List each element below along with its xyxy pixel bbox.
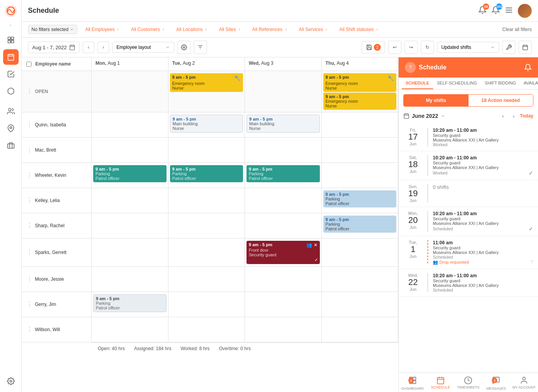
- shift-card[interactable]: 9 am - 5 pm Parking Patrol officer: [93, 165, 167, 182]
- today-button[interactable]: Today: [520, 113, 533, 119]
- nav-item-timesheets[interactable]: TIMESHEETS: [455, 373, 482, 392]
- refresh-button[interactable]: ↻: [421, 41, 434, 54]
- row-menu-icon[interactable]: ⋮: [26, 223, 33, 229]
- app-logo[interactable]: [3, 3, 19, 19]
- all-services-filter[interactable]: All Services: [296, 25, 332, 34]
- shift-card[interactable]: 9 am - 5 pm Emergency room Nurse: [323, 93, 397, 110]
- cell-mac-mon[interactable]: [92, 138, 168, 162]
- cell-wheeler-wed[interactable]: 9 am - 5 pm Parking Patrol officer: [245, 163, 322, 188]
- cell-sparks-mon[interactable]: [92, 238, 168, 266]
- shift-card[interactable]: 9 am - 5 pm Parking Patrol officer: [323, 216, 397, 233]
- cell-kelley-wed[interactable]: [245, 188, 322, 213]
- notifications-icon[interactable]: 15: [478, 6, 487, 16]
- cell-mac-wed[interactable]: [245, 138, 322, 162]
- tools-button[interactable]: [502, 41, 515, 54]
- tab-shift-bidding[interactable]: SHIFT BIDDING: [481, 78, 520, 89]
- shift-card[interactable]: 9 am - 5 pm Parking Patrol officer: [170, 165, 243, 182]
- cell-moore-wed[interactable]: [245, 267, 322, 292]
- all-references-filter[interactable]: All References: [249, 25, 291, 34]
- nav-item-dashboard[interactable]: 2 DASHBOARD: [399, 373, 427, 392]
- sidebar-item-people[interactable]: [3, 104, 19, 119]
- row-menu-icon[interactable]: ⋮: [26, 147, 33, 153]
- cell-gerry-tue[interactable]: [168, 292, 245, 317]
- close-icon[interactable]: ✕: [314, 242, 318, 248]
- cell-sparks-thu[interactable]: [322, 238, 399, 266]
- all-locations-filter[interactable]: All Locations: [173, 25, 211, 34]
- cell-kelley-thu[interactable]: 9 am - 5 pm Parking Patrol officer: [322, 188, 399, 213]
- tab-schedule[interactable]: SCHEDULE: [402, 78, 433, 89]
- row-menu-icon[interactable]: ⋮: [26, 249, 33, 256]
- alerts-icon[interactable]: 151: [491, 6, 500, 16]
- cell-wheeler-mon[interactable]: 9 am - 5 pm Parking Patrol officer: [92, 163, 168, 188]
- date-range-picker[interactable]: Aug 1 - 7, 2022: [28, 41, 80, 53]
- shift-card[interactable]: 9 am - 5 pm 🔧 Emergency room Nurse: [170, 73, 243, 92]
- cell-sharp-mon[interactable]: [92, 213, 168, 238]
- shift-card[interactable]: 9 am - 5 pm Main building Nurse: [170, 115, 243, 133]
- cell-kelley-tue[interactable]: [168, 188, 245, 213]
- user-avatar[interactable]: [518, 4, 532, 18]
- prev-month-button[interactable]: ‹: [498, 111, 508, 121]
- next-week-button[interactable]: ›: [97, 41, 109, 53]
- shift-card[interactable]: 9 am - 5 pm Parking Patrol officer: [323, 190, 397, 207]
- cell-sharp-wed[interactable]: [245, 213, 322, 238]
- my-shifts-toggle[interactable]: My shifts: [404, 95, 469, 106]
- cell-willson-mon[interactable]: [92, 317, 168, 342]
- shift-card[interactable]: 9 am - 5 pm 👥 ✕ Front door Security guar…: [246, 241, 320, 264]
- layout-selector[interactable]: Employee layout: [112, 42, 174, 53]
- row-menu-icon[interactable]: ⋮: [26, 172, 33, 178]
- sidebar-item-dashboard[interactable]: [3, 32, 19, 48]
- row-menu-icon[interactable]: ⋮: [26, 276, 33, 282]
- row-menu-icon[interactable]: ⋮: [26, 197, 33, 204]
- action-needed-toggle[interactable]: 18 Action needed: [469, 95, 533, 106]
- tab-availability[interactable]: AVAILABILITY: [520, 78, 538, 89]
- cell-sharp-tue[interactable]: [168, 213, 245, 238]
- sidebar-item-location[interactable]: [3, 121, 19, 136]
- sidebar-item-tasks[interactable]: [3, 66, 19, 82]
- shift-card[interactable]: 9 am - 5 pm 🔧 Emergency room Nurse: [323, 73, 397, 92]
- cell-willson-wed[interactable]: [245, 317, 322, 342]
- cell-gerry-mon[interactable]: 9 am - 5 pm Parking Patrol officer: [92, 292, 168, 317]
- panel-help-icon[interactable]: ?: [405, 62, 416, 73]
- shift-card[interactable]: 9 am - 5 pm Parking Patrol officer: [93, 294, 167, 312]
- filter-options-button[interactable]: [194, 41, 207, 54]
- cell-moore-mon[interactable]: [92, 267, 168, 292]
- sidebar-item-reports[interactable]: [3, 83, 19, 99]
- menu-icon[interactable]: [505, 6, 513, 16]
- next-month-button[interactable]: ›: [509, 111, 519, 121]
- cell-wheeler-thu[interactable]: [322, 163, 399, 188]
- month-selector[interactable]: June 2022: [403, 113, 445, 119]
- cell-wheeler-tue[interactable]: 9 am - 5 pm Parking Patrol officer: [168, 163, 245, 188]
- cell-open-wed[interactable]: [245, 71, 322, 112]
- cell-willson-tue[interactable]: [168, 317, 245, 342]
- cell-quinn-tue[interactable]: 9 am - 5 pm Main building Nurse: [168, 112, 245, 137]
- calendar-view-button[interactable]: [519, 41, 532, 54]
- cell-quinn-mon[interactable]: [92, 112, 168, 137]
- clear-all-filters[interactable]: Clear all filters: [502, 27, 532, 32]
- row-menu-icon[interactable]: ⋮: [26, 88, 33, 95]
- row-menu-icon[interactable]: ⋮: [26, 326, 33, 333]
- cell-open-mon[interactable]: [92, 71, 168, 112]
- cell-sparks-tue[interactable]: [168, 238, 245, 266]
- cell-open-thu[interactable]: 9 am - 5 pm 🔧 Emergency room Nurse 9 am …: [322, 71, 399, 112]
- save-button[interactable]: 2: [362, 41, 385, 54]
- panel-bell-icon[interactable]: [524, 64, 532, 71]
- prev-week-button[interactable]: ‹: [83, 41, 94, 53]
- cell-open-tue[interactable]: 9 am - 5 pm 🔧 Emergency room Nurse: [168, 71, 245, 112]
- cell-willson-thu[interactable]: [322, 317, 399, 342]
- help-icon[interactable]: ?: [531, 259, 533, 265]
- cell-gerry-wed[interactable]: [245, 292, 322, 317]
- cell-mac-thu[interactable]: [322, 138, 399, 162]
- undo-button[interactable]: ↩: [388, 41, 401, 54]
- sidebar-item-settings[interactable]: [3, 373, 19, 389]
- all-sites-filter[interactable]: All Sites: [216, 25, 244, 34]
- drop-requested-label[interactable]: 👥 Drop requested: [433, 260, 469, 265]
- cell-quinn-wed[interactable]: 9 am - 5 pm Main building Nurse: [245, 112, 322, 137]
- cell-kelley-mon[interactable]: [92, 188, 168, 213]
- row-menu-icon[interactable]: ⋮: [26, 122, 33, 128]
- tab-self-scheduling[interactable]: SELF-SCHEDULING: [433, 78, 481, 89]
- sidebar-collapse-arrow[interactable]: ›: [10, 23, 11, 28]
- shift-card[interactable]: 9 am - 5 pm Parking Patrol officer: [246, 165, 320, 182]
- redo-button[interactable]: ↪: [404, 41, 418, 54]
- cell-gerry-thu[interactable]: [322, 292, 399, 317]
- cell-moore-thu[interactable]: [322, 267, 399, 292]
